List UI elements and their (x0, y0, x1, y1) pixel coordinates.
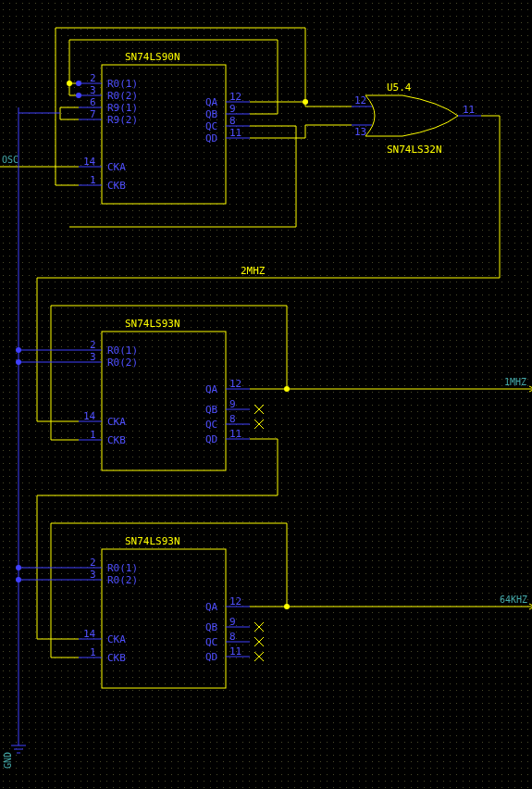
svg-text:QB: QB (205, 621, 218, 633)
svg-text:CKA: CKA (107, 416, 126, 428)
net-gnd: GND (3, 752, 13, 769)
svg-text:QC: QC (205, 419, 217, 431)
svg-text:QD: QD (205, 651, 217, 663)
chip3-sn74ls93n: SN74LS93N R0(1) 2 R0(2) 3 CKA 14 CKB 1 Q… (79, 535, 264, 688)
chip-sn74ls90n: SN74LS90N R0(1) 2 R0(2) 3 R9(1) 6 R9(2) … (79, 51, 250, 204)
svg-text:12: 12 (229, 378, 241, 390)
gate-ref: U5.4 (387, 81, 412, 94)
svg-text:3: 3 (90, 351, 96, 363)
svg-point-147 (16, 565, 21, 570)
svg-text:R0(1): R0(1) (107, 78, 138, 90)
svg-point-146 (16, 359, 21, 365)
svg-text:SN74LS93N: SN74LS93N (125, 318, 180, 330)
svg-point-142 (67, 81, 72, 86)
svg-text:QA: QA (205, 383, 218, 395)
svg-text:R0(2): R0(2) (107, 574, 138, 586)
svg-text:2: 2 (90, 557, 96, 569)
svg-text:12: 12 (229, 91, 241, 103)
svg-text:9: 9 (229, 398, 236, 410)
svg-point-150 (76, 93, 81, 98)
svg-point-148 (16, 577, 21, 582)
svg-text:QA: QA (205, 601, 218, 613)
svg-point-141 (303, 99, 308, 105)
svg-text:11: 11 (229, 428, 241, 440)
svg-text:3: 3 (90, 84, 96, 96)
chip1-part-label: SN74LS90N (125, 51, 180, 63)
svg-text:R0(2): R0(2) (107, 357, 138, 369)
svg-text:R0(2): R0(2) (107, 90, 138, 102)
svg-text:QC: QC (205, 636, 217, 648)
svg-text:8: 8 (229, 115, 236, 127)
gate-part: SN74LS32N (387, 144, 442, 156)
svg-text:12: 12 (229, 595, 241, 607)
net-2mhz: 2MHZ (241, 265, 266, 277)
svg-text:11: 11 (229, 645, 241, 658)
svg-text:QA: QA (205, 96, 218, 108)
svg-text:QC: QC (205, 120, 217, 132)
svg-text:R9(2): R9(2) (107, 114, 138, 126)
svg-text:9: 9 (229, 616, 236, 628)
svg-text:11: 11 (229, 127, 241, 139)
svg-text:R9(1): R9(1) (107, 102, 138, 114)
net-1mhz: 1MHZ (504, 377, 526, 387)
svg-text:SN74LS93N: SN74LS93N (125, 535, 180, 547)
svg-text:1: 1 (90, 174, 96, 186)
svg-text:3: 3 (90, 569, 96, 581)
svg-text:9: 9 (229, 103, 236, 115)
svg-text:CKB: CKB (107, 180, 126, 192)
svg-text:7: 7 (90, 108, 96, 120)
net-64khz: 64KHZ (500, 595, 527, 605)
svg-text:14: 14 (83, 410, 96, 422)
svg-text:6: 6 (90, 96, 96, 108)
junctions (16, 81, 308, 609)
svg-point-145 (16, 347, 21, 353)
svg-text:R0(1): R0(1) (107, 562, 138, 574)
svg-text:8: 8 (229, 631, 236, 643)
svg-text:CKB: CKB (107, 434, 126, 446)
svg-text:14: 14 (83, 156, 96, 168)
svg-point-149 (76, 81, 81, 86)
svg-text:QB: QB (205, 404, 218, 416)
gnd-bus (11, 107, 79, 753)
svg-point-143 (284, 386, 290, 392)
svg-text:8: 8 (229, 413, 236, 425)
chip2-sn74ls93n: SN74LS93N R0(1) 2 R0(2) 3 CKA 14 CKB 1 Q… (79, 318, 264, 470)
svg-text:QD: QD (205, 132, 217, 144)
net-osc: OSC (2, 155, 19, 165)
svg-text:12: 12 (354, 94, 366, 106)
svg-text:1: 1 (90, 429, 96, 441)
svg-text:14: 14 (83, 628, 96, 640)
wires (0, 28, 532, 658)
svg-text:CKB: CKB (107, 652, 126, 664)
svg-text:11: 11 (463, 104, 475, 116)
svg-text:CKA: CKA (107, 161, 126, 173)
svg-text:2: 2 (90, 339, 96, 351)
svg-text:CKA: CKA (107, 633, 126, 645)
svg-text:13: 13 (354, 126, 366, 138)
svg-text:QB: QB (205, 108, 218, 120)
svg-text:1: 1 (90, 646, 96, 658)
svg-text:QD: QD (205, 433, 217, 445)
or-gate-u5: 12 13 11 U5.4 SN74LS32N (352, 81, 481, 156)
svg-text:R0(1): R0(1) (107, 344, 138, 357)
svg-text:2: 2 (90, 72, 96, 84)
svg-point-144 (284, 604, 290, 609)
